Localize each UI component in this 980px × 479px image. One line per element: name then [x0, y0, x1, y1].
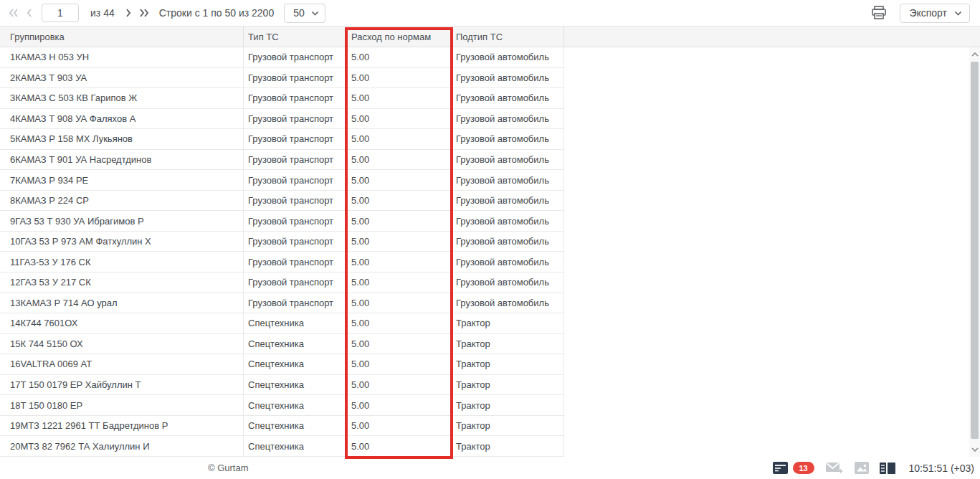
- cell-group[interactable]: 14К744 7601ОХ: [0, 313, 244, 334]
- cell-group[interactable]: 20МТЗ 82 7962 ТА Халиуллин И: [0, 436, 244, 457]
- cell-subtype[interactable]: Трактор: [452, 375, 564, 396]
- cell-type[interactable]: Грузовой транспорт: [244, 88, 347, 109]
- cell-group[interactable]: 10ГАЗ 53 Р 973 АМ Фатхуллин Х: [0, 232, 244, 252]
- cell-rate[interactable]: 5.00: [347, 293, 452, 314]
- cell-type[interactable]: Спецтехника: [244, 416, 347, 437]
- cell-group[interactable]: 6КАМАЗ Т 901 УА Насредтдинов: [0, 150, 244, 171]
- cell-group[interactable]: 17Т 150 0179 ЕР Хайбуллин Т: [0, 375, 244, 396]
- cell-subtype[interactable]: Грузовой автомобиль: [452, 109, 564, 130]
- cell-type[interactable]: Грузовой транспорт: [244, 47, 347, 68]
- column-header-subtype[interactable]: Подтип ТС: [452, 27, 564, 47]
- cell-group[interactable]: 16VALTRA 0069 АТ: [0, 354, 244, 375]
- table-row[interactable]: 11ГАЗ-53 У 176 СК Грузовой транспорт 5.0…: [0, 252, 969, 272]
- column-header-type[interactable]: Тип ТС: [244, 27, 347, 47]
- cell-type[interactable]: Грузовой транспорт: [244, 129, 347, 150]
- cell-subtype[interactable]: Трактор: [452, 334, 564, 355]
- table-row[interactable]: 3КАМАЗ С 503 КВ Гарипов Ж Грузовой транс…: [0, 88, 969, 109]
- cell-rate[interactable]: 5.00: [347, 313, 452, 334]
- notifications-button[interactable]: [773, 462, 788, 474]
- export-button[interactable]: Экспорт: [900, 4, 970, 23]
- cell-subtype[interactable]: Грузовой автомобиль: [452, 88, 564, 109]
- cell-rate[interactable]: 5.00: [347, 211, 452, 232]
- cell-rate[interactable]: 5.00: [347, 170, 452, 191]
- cell-subtype[interactable]: Грузовой автомобиль: [452, 252, 564, 272]
- cell-rate[interactable]: 5.00: [347, 354, 452, 375]
- cell-group[interactable]: 8КАМАЗ Р 224 СР: [0, 191, 244, 212]
- table-row[interactable]: 4КАМАЗ Т 908 УА Фаляхов А Грузовой транс…: [0, 109, 969, 130]
- cell-type[interactable]: Грузовой транспорт: [244, 293, 347, 314]
- column-header-rate[interactable]: Расход по нормам: [347, 27, 452, 47]
- cell-subtype[interactable]: Грузовой автомобиль: [452, 150, 564, 171]
- cell-subtype[interactable]: Грузовой автомобиль: [452, 232, 564, 252]
- cell-subtype[interactable]: Трактор: [452, 436, 564, 457]
- cell-subtype[interactable]: Трактор: [452, 395, 564, 416]
- table-row[interactable]: 19МТЗ 1221 2961 ТТ Бадретдинов Р Спецтех…: [0, 416, 969, 437]
- cell-group[interactable]: 15К 744 5150 ОХ: [0, 334, 244, 355]
- table-row[interactable]: 13КАМАЗ Р 714 АО урал Грузовой транспорт…: [0, 293, 969, 314]
- scroll-down-button[interactable]: [969, 444, 980, 455]
- cell-subtype[interactable]: Трактор: [452, 313, 564, 334]
- cell-group[interactable]: 13КАМАЗ Р 714 АО урал: [0, 293, 244, 314]
- prev-page-button[interactable]: [22, 5, 37, 21]
- table-row[interactable]: 6КАМАЗ Т 901 УА Насредтдинов Грузовой тр…: [0, 150, 969, 171]
- layout-toggle-button[interactable]: [880, 463, 895, 474]
- table-row[interactable]: 1КАМАЗ Н 053 УН Грузовой транспорт 5.00 …: [0, 47, 969, 68]
- cell-group[interactable]: 9ГАЗ 53 Т 930 УА Ибрагимов Р: [0, 211, 244, 232]
- last-page-button[interactable]: [136, 5, 152, 21]
- cell-group[interactable]: 1КАМАЗ Н 053 УН: [0, 47, 244, 68]
- media-button[interactable]: [855, 462, 869, 474]
- table-row[interactable]: 14К744 7601ОХ Спецтехника 5.00 Трактор: [0, 313, 969, 334]
- cell-type[interactable]: Грузовой транспорт: [244, 191, 347, 212]
- table-row[interactable]: 9ГАЗ 53 Т 930 УА Ибрагимов Р Грузовой тр…: [0, 211, 969, 232]
- table-row[interactable]: 12ГАЗ 53 У 217 СК Грузовой транспорт 5.0…: [0, 272, 969, 293]
- cell-type[interactable]: Спецтехника: [244, 334, 347, 355]
- cell-subtype[interactable]: Грузовой автомобиль: [452, 129, 564, 150]
- cell-subtype[interactable]: Грузовой автомобиль: [452, 68, 564, 89]
- cell-type[interactable]: Грузовой транспорт: [244, 232, 347, 252]
- cell-type[interactable]: Спецтехника: [244, 354, 347, 375]
- page-size-select[interactable]: 50: [284, 4, 325, 23]
- cell-type[interactable]: Грузовой транспорт: [244, 150, 347, 171]
- cell-subtype[interactable]: Трактор: [452, 354, 564, 375]
- cell-group[interactable]: 4КАМАЗ Т 908 УА Фаляхов А: [0, 109, 244, 130]
- cell-subtype[interactable]: Трактор: [452, 416, 564, 437]
- cell-subtype[interactable]: Грузовой автомобиль: [452, 47, 564, 68]
- cell-rate[interactable]: 5.00: [347, 232, 452, 252]
- cell-rate[interactable]: 5.00: [347, 191, 452, 212]
- cell-type[interactable]: Спецтехника: [244, 436, 347, 457]
- cell-subtype[interactable]: Грузовой автомобиль: [452, 211, 564, 232]
- column-header-group[interactable]: Группировка: [0, 27, 244, 47]
- cell-subtype[interactable]: Грузовой автомобиль: [452, 293, 564, 314]
- cell-group[interactable]: 3КАМАЗ С 503 КВ Гарипов Ж: [0, 88, 244, 109]
- cell-type[interactable]: Спецтехника: [244, 375, 347, 396]
- cell-group[interactable]: 12ГАЗ 53 У 217 СК: [0, 272, 244, 293]
- table-row[interactable]: 17Т 150 0179 ЕР Хайбуллин Т Спецтехника …: [0, 375, 969, 396]
- cell-rate[interactable]: 5.00: [347, 68, 452, 89]
- cell-rate[interactable]: 5.00: [347, 395, 452, 416]
- cell-subtype[interactable]: Грузовой автомобиль: [452, 191, 564, 212]
- table-row[interactable]: 16VALTRA 0069 АТ Спецтехника 5.00 Тракто…: [0, 354, 969, 375]
- cell-type[interactable]: Грузовой транспорт: [244, 170, 347, 191]
- cell-rate[interactable]: 5.00: [347, 47, 452, 68]
- cell-rate[interactable]: 5.00: [347, 252, 452, 272]
- messages-button[interactable]: [825, 462, 844, 475]
- table-row[interactable]: 18Т 150 0180 ЕР Спецтехника 5.00 Трактор: [0, 395, 969, 416]
- print-button[interactable]: [870, 4, 888, 22]
- cell-type[interactable]: Спецтехника: [244, 395, 347, 416]
- cell-rate[interactable]: 5.00: [347, 272, 452, 293]
- vertical-scrollbar[interactable]: [969, 47, 980, 457]
- table-row[interactable]: 7КАМАЗ Р 934 РЕ Грузовой транспорт 5.00 …: [0, 170, 969, 191]
- cell-rate[interactable]: 5.00: [347, 416, 452, 437]
- table-row[interactable]: 2КАМАЗ Т 903 УА Грузовой транспорт 5.00 …: [0, 68, 969, 89]
- table-row[interactable]: 10ГАЗ 53 Р 973 АМ Фатхуллин Х Грузовой т…: [0, 232, 969, 252]
- cell-type[interactable]: Грузовой транспорт: [244, 252, 347, 272]
- cell-group[interactable]: 11ГАЗ-53 У 176 СК: [0, 252, 244, 272]
- cell-group[interactable]: 7КАМАЗ Р 934 РЕ: [0, 170, 244, 191]
- cell-group[interactable]: 5КАМАЗ Р 158 МХ Лукьянов: [0, 129, 244, 150]
- cell-group[interactable]: 18Т 150 0180 ЕР: [0, 395, 244, 416]
- cell-type[interactable]: Грузовой транспорт: [244, 109, 347, 130]
- notifications-badge[interactable]: 13: [793, 462, 814, 474]
- cell-group[interactable]: 19МТЗ 1221 2961 ТТ Бадретдинов Р: [0, 416, 244, 437]
- cell-rate[interactable]: 5.00: [347, 375, 452, 396]
- table-row[interactable]: 15К 744 5150 ОХ Спецтехника 5.00 Трактор: [0, 334, 969, 355]
